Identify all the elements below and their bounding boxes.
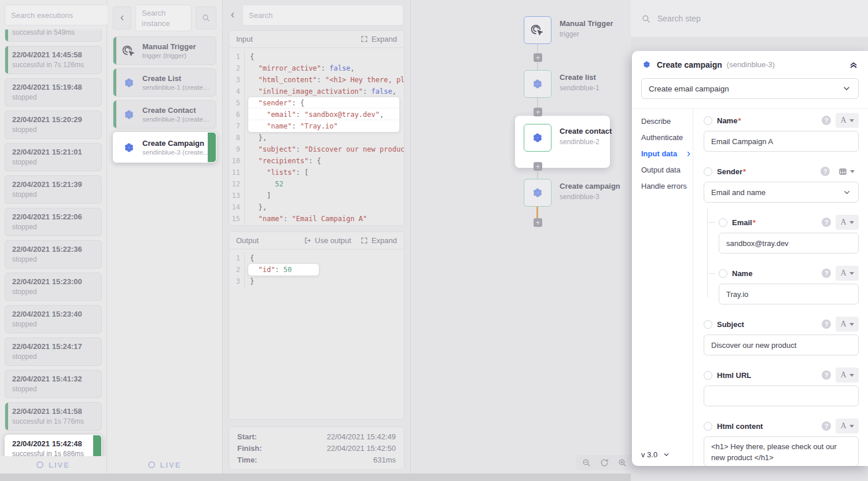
add-step-button[interactable]: + (534, 53, 542, 62)
nav-item-describe[interactable]: Describe (641, 117, 692, 126)
nav-item-output-data[interactable]: Output data (641, 166, 692, 174)
back-button[interactable] (113, 6, 131, 30)
field-input-name[interactable]: Tray.io (719, 284, 859, 304)
execution-time: 22/04/2021 15:23:40 (12, 310, 95, 318)
execution-item[interactable]: 22/04/2021 15:22:06stopped (5, 208, 102, 236)
step-list-item[interactable]: Create Contactsendinblue-2 (create_co... (113, 100, 216, 128)
jsonpath-radio[interactable] (719, 269, 727, 278)
field-input-name[interactable]: Email Campaign A (704, 131, 859, 152)
jsonpath-radio[interactable] (704, 320, 712, 329)
execution-time: 22/04/2021 15:21:01 (12, 148, 95, 156)
step-list-item[interactable]: Create Listsendinblue-1 (create_list) (113, 68, 216, 97)
code-line: 7 "name": "Tray.io" (229, 120, 404, 132)
execution-item[interactable]: 22/04/2021 15:41:32stopped (5, 370, 102, 398)
line-number: 8 (229, 132, 245, 144)
collapse-panel-icon[interactable] (848, 60, 859, 70)
nav-item-input-data[interactable]: Input data (641, 149, 692, 158)
field-type-button[interactable]: A (836, 317, 859, 332)
jsonpath-radio[interactable] (704, 116, 712, 125)
node-subtitle: trigger (560, 30, 613, 38)
zoom-in-icon[interactable] (617, 458, 627, 468)
add-step-button[interactable]: + (534, 108, 542, 116)
input-json-code[interactable]: 1{2 "mirror_active": false,3 "html_conte… (229, 48, 404, 225)
search-executions-input[interactable] (5, 5, 119, 25)
debug-search-input[interactable] (242, 5, 403, 25)
jsonpath-radio[interactable] (704, 371, 712, 380)
help-icon[interactable]: ? (822, 116, 831, 125)
jsonpath-radio[interactable] (719, 218, 727, 227)
help-icon[interactable]: ? (822, 320, 831, 329)
connector-version-select[interactable]: v 3.0 (641, 450, 670, 459)
connector-tick (707, 273, 715, 274)
execution-item[interactable]: successful in 549ms (5, 30, 102, 42)
executions-panel: successful in 549ms22/04/2021 14:45:58su… (0, 0, 107, 473)
line-number: 2 (229, 264, 245, 276)
field-input-sender[interactable]: Email and name (704, 182, 859, 203)
execution-item[interactable]: 22/04/2021 15:23:40stopped (5, 305, 102, 333)
execution-time: 22/04/2021 15:42:48 (12, 439, 95, 448)
field-type-button[interactable] (834, 164, 859, 179)
help-icon[interactable]: ? (822, 421, 831, 431)
add-step-button[interactable]: + (534, 162, 542, 171)
sendinblue-icon (122, 75, 137, 90)
text-type-icon: A (840, 116, 846, 125)
execution-status: stopped (12, 126, 95, 134)
execution-item[interactable]: 22/04/2021 15:20:29stopped (5, 111, 102, 139)
field-type-button[interactable]: A (836, 368, 859, 383)
nav-item-handle-errors[interactable]: Handle errors (641, 182, 692, 190)
execution-item[interactable]: 22/04/2021 15:23:00stopped (5, 273, 102, 301)
field-input-subject[interactable]: Discover our new product (704, 335, 859, 355)
workflow-node[interactable]: Create contactsendinblue-2 (524, 124, 612, 152)
step-list-item[interactable]: Create Campaignsendinblue-3 (create... (113, 132, 216, 163)
field-label: Email* (732, 218, 756, 227)
execution-item[interactable]: 22/04/2021 14:45:58successful in 7s 126m… (5, 46, 102, 74)
execution-item[interactable]: 22/04/2021 15:24:17stopped (5, 337, 102, 366)
search-instance-button[interactable] (196, 6, 216, 30)
step-title: Create Contact (142, 106, 211, 115)
debug-search-row (223, 0, 410, 29)
chevron-left-icon[interactable] (229, 11, 237, 19)
help-icon[interactable]: ? (822, 269, 831, 278)
execution-item[interactable]: 22/04/2021 15:21:39stopped (5, 175, 102, 204)
nav-item-authenticate[interactable]: Authenticate (641, 133, 692, 142)
reset-view-icon[interactable] (599, 458, 609, 468)
execution-status: stopped (12, 93, 95, 101)
execution-item[interactable]: 22/04/2021 15:22:36stopped (5, 240, 102, 269)
help-icon[interactable]: ? (822, 370, 831, 380)
workflow-canvas[interactable]: + + + + Manual TriggertriggerCreate list… (411, 0, 631, 473)
help-icon[interactable]: ? (822, 218, 831, 227)
step-list-item[interactable]: Manual Triggertrigger (trigger) (113, 36, 216, 65)
execution-item[interactable]: 22/04/2021 15:21:01stopped (5, 143, 102, 171)
use-output-button[interactable]: Use output (304, 236, 351, 245)
field-input-html-content[interactable]: <h1> Hey there, please check out our new… (704, 436, 859, 466)
execution-item[interactable]: 22/04/2021 15:41:58successful in 1s 776m… (5, 402, 102, 431)
workflow-node[interactable]: Manual Triggertrigger (524, 16, 613, 44)
field-label: Html content (717, 422, 763, 431)
field-type-button[interactable]: A (836, 113, 859, 128)
help-icon[interactable]: ? (821, 167, 830, 176)
field-type-button[interactable]: A (836, 266, 859, 281)
workflow-node[interactable]: Create listsendinblue-1 (524, 70, 599, 98)
jsonpath-radio[interactable] (704, 167, 712, 176)
field-input-email[interactable]: sandbox@tray.dev (719, 233, 859, 254)
jsonpath-radio[interactable] (704, 422, 712, 431)
output-json-code[interactable]: 1{2 "id": 503} (229, 249, 404, 419)
execution-item[interactable]: 22/04/2021 15:19:48stopped (5, 78, 102, 107)
caret-down-icon (849, 374, 854, 377)
field-type-button[interactable]: A (836, 215, 859, 230)
zoom-out-icon[interactable] (582, 458, 591, 468)
execution-time: 22/04/2021 14:45:58 (12, 50, 95, 59)
search-step-bar[interactable]: Search step (631, 0, 868, 37)
input-expand-button[interactable]: Expand (361, 35, 397, 43)
execution-item[interactable]: 22/04/2021 15:42:48successful in 1s 686m… (5, 435, 102, 456)
sendinblue-icon (530, 76, 545, 91)
field-input-html-url[interactable] (704, 385, 859, 406)
search-instance-input[interactable]: Search instance (135, 5, 192, 31)
output-expand-button[interactable]: Expand (361, 236, 397, 245)
workflow-node[interactable]: Create campaignsendinblue-3 (524, 179, 620, 207)
field-type-button[interactable]: A (836, 418, 859, 434)
steps-live-toggle[interactable]: LIVE (107, 456, 222, 473)
executions-live-toggle[interactable]: LIVE (0, 456, 106, 473)
add-step-button[interactable]: + (534, 218, 542, 227)
operation-select[interactable]: Create email campaign (641, 78, 859, 99)
